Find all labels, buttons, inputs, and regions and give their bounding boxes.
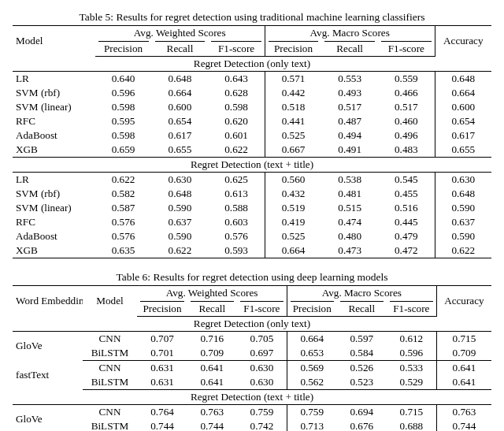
m-prec: 0.664	[287, 332, 336, 347]
w-f1: 0.593	[208, 243, 265, 258]
model-cell: RFC	[13, 114, 95, 128]
w-f1: 0.630	[237, 375, 287, 390]
w-f1: 0.598	[208, 100, 265, 114]
w-rec: 0.617	[152, 128, 209, 143]
embedding-cell: GloVe	[13, 332, 83, 361]
acc: 0.763	[436, 405, 491, 420]
acc: 0.617	[435, 128, 491, 143]
model-cell: BiLSTM	[83, 346, 138, 361]
m-f1: 0.460	[378, 114, 435, 128]
m-prec: 0.571	[265, 72, 321, 87]
model-cell: XGB	[13, 143, 95, 158]
m-rec: 0.481	[321, 187, 378, 201]
col-weighted6: Avg. Weighted Scores	[137, 286, 287, 301]
acc: 0.655	[435, 143, 491, 158]
table5-rows-b: LR0.6220.6300.6250.5600.5380.5450.630SVM…	[13, 173, 491, 258]
w-rec: 0.709	[187, 346, 237, 361]
m-f1: 0.496	[378, 128, 435, 143]
w-prec: 0.587	[95, 201, 152, 215]
col6-m-prec: Precision	[287, 300, 336, 317]
w-f1: 0.759	[237, 405, 287, 420]
w-f1: 0.622	[208, 143, 265, 158]
w-rec: 0.600	[152, 100, 209, 114]
table5-caption: Table 5: Results for regret detection us…	[13, 11, 491, 24]
model-cell: BiLSTM	[83, 375, 138, 390]
m-f1: 0.455	[378, 187, 435, 201]
model-cell: AdaBoost	[13, 229, 95, 243]
m-rec: 0.597	[337, 332, 387, 347]
col-weighted: Avg. Weighted Scores	[95, 26, 265, 41]
table5-rows-a: LR0.6400.6480.6430.5710.5530.5590.648SVM…	[13, 72, 491, 158]
m-prec: 0.562	[287, 375, 336, 390]
w-prec: 0.631	[137, 375, 187, 390]
m-f1: 0.533	[387, 361, 436, 376]
col-macro: Avg. Macro Scores	[265, 26, 435, 41]
w-f1: 0.705	[237, 332, 287, 347]
acc: 0.637	[435, 215, 491, 229]
col-accuracy: Accuracy	[435, 26, 491, 57]
m-f1: 0.596	[387, 346, 436, 361]
col6-w-f1: F1-score	[237, 300, 287, 317]
m-rec: 0.493	[321, 86, 378, 100]
m-rec: 0.480	[321, 229, 378, 243]
w-rec: 0.622	[152, 243, 209, 258]
col-embedding: Word Embedding	[13, 286, 83, 317]
m-rec: 0.473	[321, 243, 378, 258]
w-f1: 0.643	[208, 72, 265, 87]
w-rec: 0.648	[152, 72, 209, 87]
m-prec: 0.519	[265, 201, 321, 215]
w-rec: 0.664	[152, 86, 209, 100]
w-rec: 0.655	[152, 143, 209, 158]
m-f1: 0.612	[387, 332, 436, 347]
m-f1: 0.516	[378, 201, 435, 215]
m-rec: 0.515	[321, 201, 378, 215]
model-cell: RFC	[13, 215, 95, 229]
w-f1: 0.576	[208, 229, 265, 243]
m-f1: 0.479	[378, 229, 435, 243]
w-prec: 0.622	[95, 173, 152, 188]
col-model: Model	[13, 26, 95, 57]
w-prec: 0.576	[95, 215, 152, 229]
table5-section-b: Regret Detection (text + title)	[13, 158, 491, 173]
w-rec: 0.654	[152, 114, 209, 128]
table6-section-b: Regret Detection (text + title)	[13, 390, 491, 405]
m-f1: 0.472	[378, 243, 435, 258]
col-w-rec: Recall	[152, 40, 209, 57]
m-prec: 0.759	[287, 405, 336, 420]
m-f1: 0.466	[378, 86, 435, 100]
w-f1: 0.630	[237, 361, 287, 376]
col-w-f1: F1-score	[208, 40, 265, 57]
col-m-rec: Recall	[321, 40, 378, 57]
m-prec: 0.560	[265, 173, 321, 188]
w-rec: 0.648	[152, 187, 209, 201]
table5-section-a: Regret Detection (only text)	[13, 57, 491, 72]
w-prec: 0.582	[95, 187, 152, 201]
w-prec: 0.635	[95, 243, 152, 258]
w-rec: 0.590	[152, 201, 209, 215]
m-prec: 0.525	[265, 229, 321, 243]
m-prec: 0.653	[287, 346, 336, 361]
w-f1: 0.628	[208, 86, 265, 100]
w-prec: 0.744	[137, 419, 187, 431]
m-prec: 0.518	[265, 100, 321, 114]
model-cell: LR	[13, 72, 95, 87]
w-prec: 0.598	[95, 128, 152, 143]
col-accuracy6: Accuracy	[436, 286, 491, 317]
model-cell: SVM (linear)	[13, 100, 95, 114]
w-f1: 0.601	[208, 128, 265, 143]
w-prec: 0.596	[95, 86, 152, 100]
model-cell: CNN	[83, 361, 138, 376]
w-prec: 0.576	[95, 229, 152, 243]
w-rec: 0.641	[187, 361, 237, 376]
acc: 0.648	[435, 187, 491, 201]
col6-m-rec: Recall	[337, 300, 387, 317]
acc: 0.622	[435, 243, 491, 258]
m-rec: 0.553	[321, 72, 378, 87]
model-cell: SVM (rbf)	[13, 187, 95, 201]
m-prec: 0.525	[265, 128, 321, 143]
col6-w-prec: Precision	[137, 300, 187, 317]
m-prec: 0.441	[265, 114, 321, 128]
model-cell: BiLSTM	[83, 419, 138, 431]
acc: 0.590	[435, 201, 491, 215]
acc: 0.654	[435, 114, 491, 128]
